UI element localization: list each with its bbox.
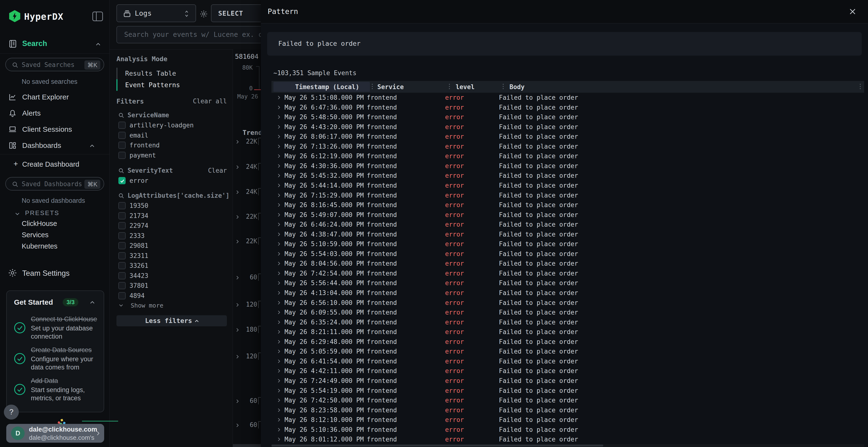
chevron-right-icon[interactable] bbox=[235, 214, 241, 220]
table-row[interactable]: May 26 5:54:03.000 PMfrontenderrorFailed… bbox=[272, 249, 864, 259]
table-row[interactable]: May 26 5:48:50.000 PMfrontenderrorFailed… bbox=[272, 112, 864, 122]
pattern-row-partial[interactable]: 22K bbox=[233, 137, 261, 146]
expand-row-icon[interactable] bbox=[276, 368, 282, 374]
table-row[interactable]: May 26 5:15:08.000 PMfrontenderrorFailed… bbox=[272, 93, 864, 103]
table-row[interactable]: May 26 6:35:24.000 PMfrontenderrorFailed… bbox=[272, 317, 864, 327]
chevron-right-icon[interactable] bbox=[235, 164, 241, 170]
checkbox[interactable] bbox=[118, 132, 126, 139]
table-row[interactable]: May 26 5:54:19.000 PMfrontenderrorFailed… bbox=[272, 386, 864, 396]
expand-row-icon[interactable] bbox=[276, 270, 282, 276]
expand-row-icon[interactable] bbox=[276, 94, 282, 101]
source-select[interactable]: Logs bbox=[117, 4, 196, 22]
expand-row-icon[interactable] bbox=[276, 172, 282, 179]
expand-row-icon[interactable] bbox=[276, 407, 282, 413]
presets-toggle[interactable]: PRESETS bbox=[0, 209, 110, 218]
mode-event-patterns[interactable]: Event Patterns bbox=[117, 79, 213, 91]
strip-scrollbar[interactable] bbox=[233, 444, 261, 447]
checkbox[interactable] bbox=[118, 202, 126, 209]
checkbox[interactable] bbox=[118, 282, 126, 289]
chevron-right-icon[interactable] bbox=[235, 327, 241, 333]
chevron-right-icon[interactable] bbox=[235, 398, 241, 404]
user-menu[interactable]: D dale@clickhouse.com dale@clickhouse.co… bbox=[6, 424, 104, 443]
table-row[interactable]: May 26 7:42:50.000 PMfrontenderrorFailed… bbox=[272, 396, 864, 405]
checkbox[interactable] bbox=[118, 212, 126, 219]
expand-row-icon[interactable] bbox=[276, 212, 282, 218]
chevron-up-icon[interactable] bbox=[89, 299, 96, 306]
preset-services[interactable]: Services bbox=[22, 231, 49, 239]
expand-row-icon[interactable] bbox=[276, 280, 282, 286]
source-settings-gear-icon[interactable] bbox=[199, 10, 208, 18]
table-row[interactable]: May 26 4:13:04.000 PMfrontenderrorFailed… bbox=[272, 288, 864, 298]
sidebar-item-client-sessions[interactable]: Client Sessions bbox=[0, 122, 110, 138]
table-row[interactable]: May 26 6:41:54.000 PMfrontenderrorFailed… bbox=[272, 356, 864, 366]
sidebar-section-search[interactable]: Search bbox=[0, 38, 110, 50]
chevron-right-icon[interactable] bbox=[235, 139, 241, 145]
checkbox[interactable] bbox=[118, 177, 126, 184]
table-row[interactable]: May 26 5:45:32.000 PMfrontenderrorFailed… bbox=[272, 171, 864, 181]
checkbox[interactable] bbox=[118, 222, 126, 229]
pattern-row-partial[interactable]: 22K bbox=[233, 212, 261, 221]
col-level[interactable]: level bbox=[456, 83, 474, 91]
help-button[interactable]: ? bbox=[4, 405, 19, 419]
expand-row-icon[interactable] bbox=[276, 241, 282, 247]
checkbox[interactable] bbox=[118, 232, 126, 239]
table-row[interactable]: May 26 7:15:29.000 PMfrontenderrorFailed… bbox=[272, 191, 864, 200]
table-row[interactable]: May 26 5:49:07.000 PMfrontenderrorFailed… bbox=[272, 210, 864, 220]
table-options-icon[interactable] bbox=[860, 84, 861, 90]
saved-dashboards-input[interactable]: Saved Dashboards ⌘K bbox=[5, 177, 104, 191]
col-body[interactable]: Body bbox=[509, 83, 525, 91]
chevron-right-icon[interactable] bbox=[235, 302, 241, 308]
expand-row-icon[interactable] bbox=[276, 300, 282, 306]
checkbox[interactable] bbox=[118, 142, 126, 149]
less-filters-button[interactable]: Less filters bbox=[117, 315, 227, 326]
table-row[interactable]: May 26 8:16:45.000 PMfrontenderrorFailed… bbox=[272, 200, 864, 210]
table-row[interactable]: May 26 8:23:58.000 PMfrontenderrorFailed… bbox=[272, 405, 864, 415]
expand-row-icon[interactable] bbox=[276, 339, 282, 345]
expand-row-icon[interactable] bbox=[276, 143, 282, 149]
expand-row-icon[interactable] bbox=[276, 221, 282, 228]
get-started-item[interactable]: Create Data SourcesConfigure where your … bbox=[13, 346, 97, 371]
expand-row-icon[interactable] bbox=[276, 348, 282, 354]
pattern-row-partial[interactable]: 60 bbox=[233, 397, 261, 405]
expand-row-icon[interactable] bbox=[276, 251, 282, 257]
pattern-row-partial[interactable]: 120 bbox=[233, 300, 261, 309]
table-row[interactable]: May 26 5:10:36.000 PMfrontenderrorFailed… bbox=[272, 425, 864, 435]
pattern-row-partial[interactable]: 60 bbox=[233, 273, 261, 282]
expand-row-icon[interactable] bbox=[276, 163, 282, 169]
search-icon[interactable] bbox=[118, 193, 125, 199]
chevron-right-icon[interactable] bbox=[235, 238, 241, 245]
search-icon[interactable] bbox=[118, 112, 125, 119]
col-timestamp[interactable]: Timestamp (Local) bbox=[295, 83, 359, 91]
table-row[interactable]: May 26 4:30:36.000 PMfrontenderrorFailed… bbox=[272, 161, 864, 171]
sidebar-item-dashboards[interactable]: Dashboards bbox=[0, 138, 110, 154]
col-service[interactable]: Service bbox=[377, 83, 404, 91]
expand-row-icon[interactable] bbox=[276, 153, 282, 159]
expand-row-icon[interactable] bbox=[276, 397, 282, 403]
table-row[interactable]: May 26 8:12:10.000 PMfrontenderrorFailed… bbox=[272, 415, 864, 425]
expand-row-icon[interactable] bbox=[276, 202, 282, 208]
mode-results-table[interactable]: Results Table bbox=[117, 68, 213, 79]
table-row[interactable]: May 26 4:43:20.000 PMfrontenderrorFailed… bbox=[272, 122, 864, 132]
checkbox[interactable] bbox=[118, 252, 126, 260]
sidebar-item-chart-explorer[interactable]: Chart Explorer bbox=[0, 89, 110, 105]
column-resize-handle[interactable] bbox=[372, 84, 373, 90]
table-row[interactable]: May 26 5:44:14.000 PMfrontenderrorFailed… bbox=[272, 181, 864, 191]
expand-row-icon[interactable] bbox=[276, 387, 282, 394]
pattern-row-partial[interactable]: 120 bbox=[233, 352, 261, 361]
expand-row-icon[interactable] bbox=[276, 436, 282, 442]
expand-row-icon[interactable] bbox=[276, 329, 282, 335]
expand-row-icon[interactable] bbox=[276, 319, 282, 325]
pattern-row-partial[interactable]: 24K bbox=[233, 163, 261, 171]
table-scrollbar[interactable] bbox=[272, 444, 864, 447]
pattern-row-partial[interactable]: 24K bbox=[233, 187, 261, 196]
preset-kubernetes[interactable]: Kubernetes bbox=[22, 242, 57, 250]
expand-row-icon[interactable] bbox=[276, 231, 282, 238]
table-row[interactable]: May 26 6:29:48.000 PMfrontenderrorFailed… bbox=[272, 337, 864, 347]
expand-row-icon[interactable] bbox=[276, 124, 282, 130]
pattern-row-partial[interactable]: 180 bbox=[233, 325, 261, 334]
create-dashboard-button[interactable]: + Create Dashboard bbox=[0, 159, 110, 171]
table-row[interactable]: May 26 8:01:12.000 PMfrontenderrorFailed… bbox=[272, 435, 864, 444]
expand-row-icon[interactable] bbox=[276, 182, 282, 188]
sidebar-item-alerts[interactable]: Alerts bbox=[0, 105, 110, 122]
table-row[interactable]: May 26 4:42:11.000 PMfrontenderrorFailed… bbox=[272, 366, 864, 376]
